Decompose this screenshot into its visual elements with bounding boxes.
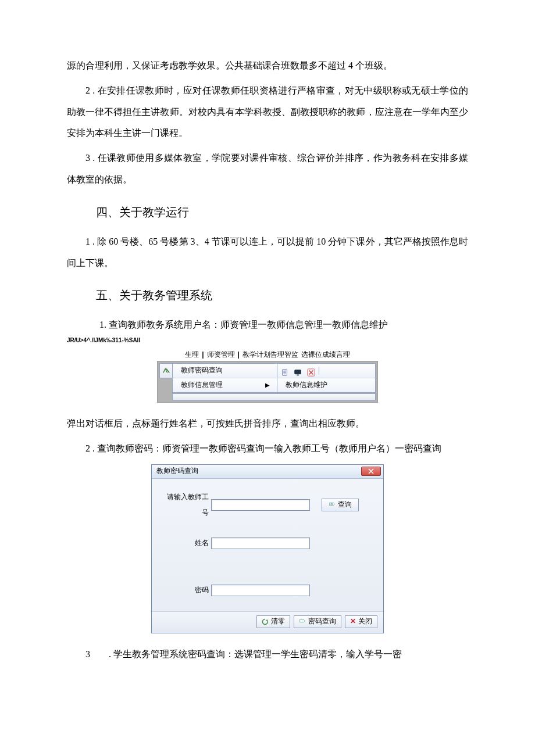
x-icon: ✕ xyxy=(350,614,356,630)
heading-5: 五、关于教务管理系统 xyxy=(67,282,468,309)
dialog-title-text: 教师密码查询 xyxy=(156,463,198,479)
query-button[interactable]: 查询 xyxy=(322,499,359,511)
teacher-id-label: 请输入教师工号 xyxy=(161,489,211,521)
menu-tab-4[interactable]: 选裸位成绩言理 xyxy=(301,350,350,359)
window-close-button[interactable] xyxy=(361,467,381,476)
dialog-titlebar: 教师密码查询 xyxy=(152,465,383,479)
document-icon[interactable] xyxy=(281,367,289,375)
menu-item-info-manage[interactable]: 教师信息管理 ▶ xyxy=(173,377,277,393)
menu-tab-3[interactable]: 教学计划告理智监 xyxy=(242,350,298,359)
paragraph-5-3: 3 . 学生教务管理系统密码查询：选课管理一学生密码清零，输入学号一密 xyxy=(67,644,468,665)
password-label: 密码 xyxy=(161,582,211,599)
close-icon[interactable] xyxy=(307,367,315,375)
teacher-id-input[interactable] xyxy=(211,499,310,511)
menu-screenshot: 生理 | 师资管理 | 教学计划告理智监 选裸位成绩言理 教师密码查询 xyxy=(157,350,378,403)
close-button[interactable]: ✕ 关闭 xyxy=(345,615,377,628)
menu-dropdown: 教师密码查询 教师 xyxy=(157,361,378,403)
name-field: 姓名 xyxy=(161,535,374,551)
paragraph-2: 2 . 在安排任课教师时，应对任课教师任职资格进行严格审查，对无中级职称或无硕士… xyxy=(67,80,468,144)
password-query-button[interactable]: 密码查询 xyxy=(294,615,341,628)
name-input[interactable] xyxy=(211,538,310,549)
password-field: 密码 xyxy=(161,582,374,599)
password-input[interactable] xyxy=(211,585,310,596)
password-query-dialog: 教师密码查询 请输入教师工号 查询 姓名 密码 清零 xyxy=(151,464,384,633)
monitor-icon[interactable] xyxy=(294,367,302,375)
garbled-text: JR/U>4^./IJMk‰311-%SAII xyxy=(67,337,468,344)
query-button-label: 查询 xyxy=(338,497,352,513)
separator-icon: | xyxy=(202,350,204,359)
paragraph-1: 源的合理利用，又保证考虑教学效果。公共基础课合班数最多不超过 4 个班级。 xyxy=(67,55,468,77)
name-label: 姓名 xyxy=(161,535,211,551)
paragraph-4-1: 1 . 除 60 号楼、65 号楼第 3、4 节课可以连上，可以提前 10 分钟… xyxy=(67,231,468,274)
svg-rect-2 xyxy=(297,374,299,375)
search-icon xyxy=(329,501,336,508)
menu-tabs: 生理 | 师资管理 | 教学计划告理智监 选裸位成绩言理 xyxy=(157,350,378,361)
paragraph-3: 3 . 任课教师使用多媒体教室，学院要对课件审核、综合评价并排序，作为教务科在安… xyxy=(67,148,468,191)
menu-tab-1[interactable]: 生理 xyxy=(185,350,199,359)
close-button-label: 关闭 xyxy=(358,614,372,630)
dialog-footer: 清零 密码查询 ✕ 关闭 xyxy=(152,611,383,633)
paragraph-popup-note: 弹出对话框后，点标题行姓名栏，可按姓氏拼音排序，查询出相应教师。 xyxy=(67,413,468,435)
clear-button[interactable]: 清零 xyxy=(256,615,290,628)
menu-item-password-query[interactable]: 教师密码查询 xyxy=(173,363,277,379)
svg-rect-0 xyxy=(283,370,287,376)
menu-tab-2[interactable]: 师资管理 xyxy=(207,350,235,359)
refresh-icon xyxy=(262,618,269,625)
menu-item-label: 教师信息管理 xyxy=(181,377,223,393)
clear-button-label: 清零 xyxy=(271,614,285,630)
svg-rect-1 xyxy=(295,370,301,374)
heading-4: 四、关于教学运行 xyxy=(67,199,468,225)
chevron-right-icon: ▶ xyxy=(265,378,270,392)
separator-icon: | xyxy=(238,350,240,359)
search-icon xyxy=(299,618,306,625)
menu-bottom-bar xyxy=(172,393,376,400)
submenu-item-info-maintain[interactable]: 教师信息维护 xyxy=(277,377,375,393)
paragraph-5-1: 1. 查询教师教务系统用户名：师资管理一教师信息管理一教师信息维护 xyxy=(67,314,468,336)
toolbar-left-icon[interactable] xyxy=(159,363,172,378)
menu-item-label: 教师密码查询 xyxy=(181,363,223,379)
submenu-label: 教师信息维护 xyxy=(286,377,327,393)
paragraph-5-2: 2 . 查询教师密码：师资管理一教师密码查询一输入教师工号（教师用户名）一密码查… xyxy=(67,438,468,460)
password-query-button-label: 密码查询 xyxy=(308,614,336,630)
teacher-id-field: 请输入教师工号 查询 xyxy=(161,489,374,521)
